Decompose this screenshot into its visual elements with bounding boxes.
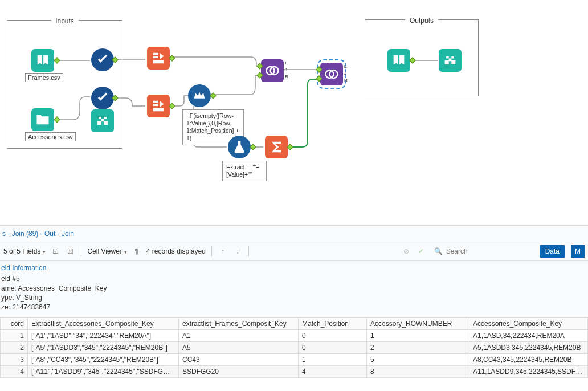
check-icon — [95, 90, 111, 106]
results-toolbar: 5 of 5 Fields ☑ ☒ Cell Viewer ¶ 4 record… — [0, 242, 588, 261]
cell-acc-composite: A5,1ASDD3,345,2224345,REM20B — [469, 341, 588, 353]
cell-match-pos: 4 — [299, 365, 367, 377]
formula-tool[interactable] — [228, 136, 251, 158]
port-L: L — [285, 60, 288, 66]
port-J: J — [344, 71, 346, 76]
cell-extractlist-acc: ["A1","1ASD","34","222434","REM20A"] — [28, 329, 179, 341]
inputs-title: Inputs — [51, 17, 79, 25]
no-entry-icon[interactable]: ⊘ — [401, 246, 411, 256]
table-row[interactable]: 4["A11","1ASDD9","345","2224345","SSDFGG… — [1, 365, 588, 377]
binoculars-icon — [95, 113, 111, 129]
results-table[interactable]: cord Extractlist_Accessories_Composite_K… — [0, 317, 588, 378]
field-type: ype: V_String — [1, 293, 587, 303]
cell-record: 1 — [1, 329, 28, 341]
join-icon — [264, 63, 280, 79]
crown-icon — [191, 88, 207, 104]
cell-match-pos: 0 — [299, 329, 367, 341]
book-out-icon — [391, 52, 407, 68]
label-frames: Frames.csv — [25, 73, 63, 82]
outputs-title: Outputs — [405, 17, 438, 25]
cell-record: 4 — [1, 365, 28, 377]
arrow-down-icon[interactable]: ↓ — [232, 246, 243, 256]
col-extractlist-acc[interactable]: Extractlist_Accessories_Composite_Key — [28, 317, 179, 329]
select-tool-1[interactable] — [91, 48, 114, 71]
anchor-out[interactable] — [169, 103, 175, 109]
book-icon — [35, 52, 51, 68]
col-match-pos[interactable]: Match_Position — [299, 317, 367, 329]
separator — [211, 246, 212, 256]
results-table-wrap: cord Extractlist_Accessories_Composite_K… — [0, 317, 588, 378]
fields-dropdown[interactable]: 5 of 5 Fields — [3, 247, 46, 255]
cell-acc-rownum: 5 — [367, 353, 469, 365]
browse-tool[interactable] — [439, 49, 462, 72]
list-arrow-icon — [150, 50, 166, 66]
separator — [81, 246, 81, 256]
paragraph-icon[interactable]: ¶ — [132, 246, 142, 256]
check-icon — [95, 52, 111, 68]
records-label: 4 records displayed — [146, 247, 206, 255]
table-header-row: cord Extractlist_Accessories_Composite_K… — [1, 317, 588, 329]
list-arrow-icon — [150, 98, 166, 114]
port-J: J — [285, 67, 287, 72]
cell-extractlist-acc: ["A11","1ASDD9","345","2224345","SSDFGG2… — [28, 365, 179, 377]
table-row[interactable]: 1["A1","1ASD","34","222434","REM20A"]A10… — [1, 329, 588, 341]
col-record[interactable]: cord — [1, 317, 28, 329]
transpose-tool-2[interactable] — [147, 95, 170, 117]
results-breadcrumb[interactable]: s - Join (89) - Out - Join — [0, 226, 588, 242]
cell-extractlist-frames: A1 — [179, 329, 299, 341]
anchor-out[interactable] — [169, 55, 175, 61]
cell-acc-composite: A8,CC43,345,2224345,REM20B — [469, 353, 588, 365]
field-info-header: eld Information — [1, 263, 587, 273]
col-acc-composite[interactable]: Accessories_Composite_Key — [469, 317, 588, 329]
m-button[interactable]: M — [571, 245, 585, 258]
join-tool-1[interactable] — [261, 59, 284, 82]
anchor-out[interactable] — [250, 144, 256, 150]
port-L: L — [344, 64, 347, 69]
outputs-container[interactable]: Outputs — [365, 19, 479, 96]
macro-input-2[interactable] — [31, 108, 54, 131]
arrow-up-icon[interactable]: ↑ — [218, 246, 228, 256]
field-name: ame: Accessories_Composite_Key — [1, 284, 587, 294]
checkmark-icon[interactable]: ✓ — [416, 246, 426, 256]
annotation-extract: Extract = '"'+[Value]+'"' — [222, 161, 267, 181]
col-acc-rownum[interactable]: Accessory_ROWNUMBER — [367, 317, 469, 329]
label-accessories: Accessories.csv — [25, 132, 76, 141]
join-icon — [324, 66, 340, 82]
table-row[interactable]: 3["A8","CC43","345","2224345","REM20B"]C… — [1, 353, 588, 365]
cell-acc-composite: A1,1ASD,34,222434,REM20A — [469, 329, 588, 341]
join-tool-2[interactable] — [320, 63, 343, 85]
cell-record: 2 — [1, 341, 28, 353]
search-icon: 🔍 — [434, 247, 443, 255]
macro-input-1[interactable] — [31, 49, 54, 72]
cell-extractlist-acc: ["A8","CC43","345","2224345","REM20B"] — [28, 353, 179, 365]
workflow-canvas[interactable]: Inputs Outputs Frames.csv Accessories.cs… — [0, 0, 588, 225]
select-tool-2[interactable] — [91, 87, 114, 109]
select-all-icon[interactable]: ☑ — [50, 246, 60, 256]
search-input[interactable] — [446, 247, 532, 255]
field-num: eld #5 — [1, 274, 587, 284]
transpose-tool-1[interactable] — [147, 47, 170, 70]
cell-acc-rownum: 1 — [367, 329, 469, 341]
anchor-out[interactable] — [210, 92, 216, 99]
find-replace-tool[interactable] — [91, 109, 114, 132]
flask-icon — [231, 139, 247, 155]
field-size: ze: 2147483647 — [1, 303, 587, 312]
port-R: R — [285, 74, 288, 79]
macro-output[interactable] — [387, 49, 410, 72]
cell-extractlist-frames: CC43 — [179, 353, 299, 365]
table-row[interactable]: 2["A5","1ASDD3","345","2224345","REM20B"… — [1, 341, 588, 353]
summarize-tool[interactable] — [265, 136, 288, 158]
multirow-formula-tool[interactable] — [188, 84, 211, 107]
deselect-icon[interactable]: ☒ — [65, 246, 75, 256]
cell-acc-rownum: 8 — [367, 365, 469, 377]
anchor-out[interactable] — [287, 144, 293, 150]
search-box[interactable]: 🔍 — [431, 246, 535, 257]
cell-acc-composite: A11,1ASDD9,345,2224345,SSDFGG20 — [469, 365, 588, 377]
folder-book-icon — [35, 112, 51, 128]
results-window: s - Join (89) - Out - Join 5 of 5 Fields… — [0, 225, 588, 378]
data-button[interactable]: Data — [540, 245, 565, 258]
cell-viewer-dropdown[interactable]: Cell Viewer — [87, 247, 126, 255]
col-extractlist-frames[interactable]: extractlist_Frames_Composit_Key — [179, 317, 299, 329]
binoculars-icon — [442, 52, 458, 68]
cell-acc-rownum: 2 — [367, 341, 469, 353]
